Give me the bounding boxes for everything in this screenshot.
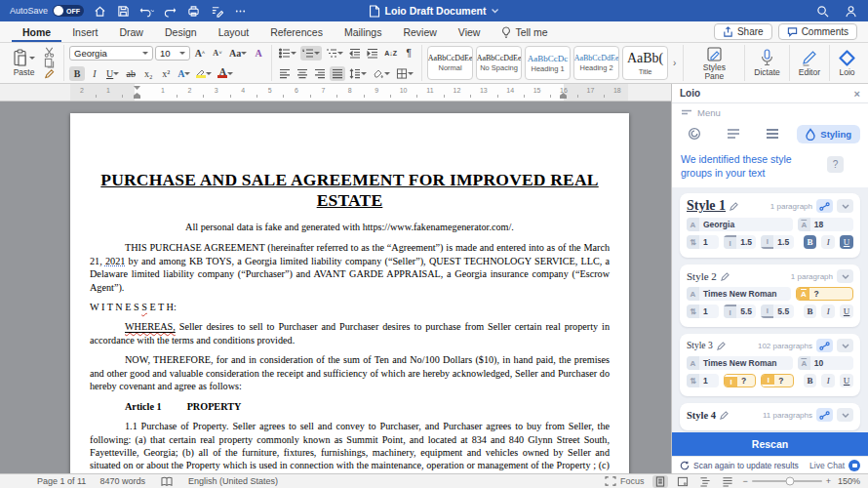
page-indicator[interactable]: Page 1 of 11 — [37, 476, 86, 486]
text-effects-icon[interactable]: A — [176, 66, 192, 81]
locate-paragraphs-icon[interactable] — [816, 408, 833, 422]
rescan-button[interactable]: Rescan — [672, 432, 868, 456]
zoom-track[interactable] — [752, 480, 822, 482]
undo-icon[interactable] — [139, 4, 154, 19]
locate-paragraphs-icon[interactable] — [816, 199, 833, 213]
style-group-card-1[interactable]: Style 1 1 paragraph AGeorgia A18 ⇅1 I1.5… — [680, 193, 860, 258]
align-center-icon[interactable] — [295, 66, 310, 81]
italic-toggle[interactable]: I — [821, 235, 835, 249]
quick-edit-icon[interactable] — [210, 4, 224, 19]
italic-toggle[interactable]: I — [821, 305, 835, 318]
search-icon[interactable] — [815, 4, 830, 19]
styles-pane-button[interactable]: Styles Pane — [689, 45, 739, 82]
line-spacing-icon[interactable] — [347, 66, 369, 81]
zoom-knob[interactable] — [786, 477, 795, 486]
borders-icon[interactable] — [394, 66, 415, 81]
help-button[interactable]: ? — [827, 156, 844, 173]
tab-view[interactable]: View — [448, 21, 492, 42]
tab-tell-me[interactable]: Tell me — [491, 21, 558, 42]
bold-toggle[interactable]: B — [804, 305, 817, 318]
decrease-indent-icon[interactable] — [347, 46, 363, 61]
font-color-icon[interactable]: A — [216, 66, 235, 81]
font-size-field[interactable]: A18 — [798, 218, 853, 231]
style-group-card-2[interactable]: Style 2 1 paragraph ATimes New Roman A? … — [680, 264, 860, 327]
loio-menu-button[interactable]: Menu — [672, 103, 868, 121]
tab-styling[interactable]: Styling — [797, 125, 860, 143]
zoom-slider[interactable]: − + — [742, 476, 831, 486]
font-field[interactable]: ATimes New Roman — [687, 287, 791, 301]
zoom-level[interactable]: 150% — [838, 476, 860, 486]
ruler[interactable]: 21123456789101112131415161718 — [0, 84, 671, 102]
autosave-control[interactable]: AutoSave OFF — [10, 5, 84, 17]
justify-icon[interactable] — [330, 66, 345, 81]
document-page[interactable]: PURCHASE AND SALE AGREEMENT FOR IMPROVED… — [70, 113, 629, 473]
web-layout-view-icon[interactable] — [675, 475, 690, 488]
scan-again-link[interactable]: Scan again to update results — [680, 461, 799, 470]
style-title[interactable]: AaBb(Title — [622, 46, 668, 80]
font-size-combo[interactable]: 10 — [155, 46, 190, 61]
superscript-icon[interactable]: x² — [158, 66, 174, 81]
zoom-out-icon[interactable]: − — [742, 476, 747, 486]
space-below-field-warning[interactable]: I? — [761, 374, 793, 387]
tab-design[interactable]: Design — [154, 21, 208, 42]
subscript-icon[interactable]: x₂ — [140, 66, 156, 81]
more-commands-icon[interactable] — [233, 4, 248, 19]
expand-card-icon[interactable] — [837, 408, 853, 422]
line-spacing-field[interactable]: ⇅1 — [687, 235, 719, 249]
outline-view-icon[interactable] — [697, 475, 713, 488]
grow-font-icon[interactable]: A˄ — [192, 46, 208, 61]
tab-draw[interactable]: Draw — [108, 21, 154, 42]
tab-clauses-icon[interactable] — [719, 124, 748, 143]
print-layout-view-icon[interactable] — [652, 475, 668, 488]
style-heading-2[interactable]: AaBbCcDdEeHeading 2 — [573, 46, 619, 80]
comments-button[interactable]: Comments — [778, 23, 857, 40]
style-heading-1[interactable]: AaBbCcDcHeading 1 — [525, 46, 571, 80]
change-case-icon[interactable]: Aa — [227, 46, 249, 61]
show-marks-icon[interactable]: ¶ — [401, 46, 416, 61]
clear-formatting-icon[interactable]: A — [251, 46, 266, 61]
focus-button[interactable]: Focus — [603, 475, 647, 488]
document-canvas[interactable]: PURCHASE AND SALE AGREEMENT FOR IMPROVED… — [0, 102, 671, 473]
italic-toggle[interactable]: I — [821, 374, 835, 387]
tab-review[interactable]: Review — [392, 21, 447, 42]
shrink-font-icon[interactable]: A˅ — [210, 46, 225, 61]
bullets-icon[interactable] — [277, 46, 298, 61]
autosave-toggle[interactable]: OFF — [53, 5, 84, 17]
loio-button[interactable]: Loio — [835, 49, 859, 78]
shading-icon[interactable] — [371, 66, 392, 81]
font-field[interactable]: AGeorgia — [687, 218, 793, 231]
numbering-icon[interactable] — [300, 46, 322, 61]
tab-structure-icon[interactable] — [758, 124, 787, 143]
redo-icon[interactable] — [163, 4, 178, 19]
font-size-field-warning[interactable]: A? — [796, 287, 853, 301]
style-normal[interactable]: AaBbCcDdEeNormal — [427, 46, 473, 80]
underline-toggle[interactable]: U — [840, 374, 853, 387]
underline-toggle[interactable]: U — [840, 235, 853, 249]
document-title-control[interactable]: Loio Draft Document — [370, 5, 499, 18]
italic-button[interactable]: I — [87, 66, 102, 81]
bold-toggle[interactable]: B — [804, 235, 817, 249]
close-panel-icon[interactable]: × — [854, 88, 860, 100]
zoom-in-icon[interactable]: + — [826, 476, 831, 486]
dictate-button[interactable]: Dictate — [750, 48, 783, 78]
tab-mailings[interactable]: Mailings — [334, 21, 393, 42]
line-spacing-field[interactable]: ⇅1 — [687, 374, 719, 387]
tab-home[interactable]: Home — [12, 21, 61, 42]
underline-toggle[interactable]: U — [840, 305, 853, 318]
sort-icon[interactable]: A↓Z — [382, 46, 399, 61]
bold-toggle[interactable]: B — [804, 374, 817, 387]
font-name-combo[interactable]: Georgia — [69, 46, 153, 61]
locate-paragraphs-icon[interactable] — [816, 339, 833, 352]
share-button[interactable]: Share — [714, 23, 772, 40]
strikethrough-icon[interactable]: ab — [123, 66, 138, 81]
space-above-field-warning[interactable]: I? — [724, 374, 756, 387]
format-painter-icon[interactable] — [41, 68, 57, 79]
style-no-spacing[interactable]: AaBbCcDdEeNo Spacing — [476, 46, 522, 80]
tab-references[interactable]: References — [259, 21, 334, 42]
account-icon[interactable] — [844, 4, 858, 19]
copy-icon[interactable] — [41, 58, 57, 68]
multilevel-list-icon[interactable] — [324, 46, 345, 61]
editor-button[interactable]: Editor — [795, 49, 824, 78]
align-left-icon[interactable] — [277, 66, 293, 81]
gallery-more-icon[interactable]: › — [671, 58, 678, 68]
